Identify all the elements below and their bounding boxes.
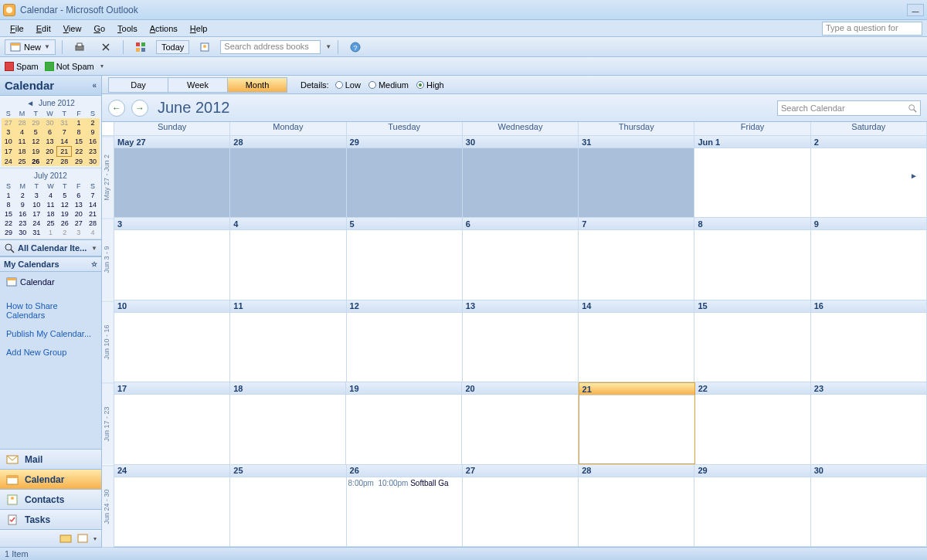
calendar-day[interactable]: 9 — [811, 218, 927, 299]
collapse-icon[interactable]: « — [92, 81, 97, 90]
calendar-day[interactable]: 21 — [579, 382, 695, 463]
new-button[interactable]: New ▼ — [5, 39, 56, 55]
mini-calendar-june[interactable]: ◄June 2012 SMTWTFS2728293031123456789101… — [0, 96, 101, 168]
calendar-day[interactable]: 16 — [811, 300, 927, 382]
menu-go[interactable]: Go — [88, 22, 110, 35]
calendar-day[interactable]: 3 — [114, 218, 230, 299]
nav-link[interactable]: Add New Group — [5, 343, 97, 361]
detail-low[interactable]: Low — [335, 80, 361, 90]
today-button[interactable]: Today — [156, 40, 189, 54]
calendar-day[interactable]: 12 — [347, 300, 463, 382]
nav-header[interactable]: Calendar « — [0, 76, 101, 96]
shortcut-icon[interactable] — [76, 533, 89, 544]
prev-month-button[interactable]: ← — [108, 100, 125, 117]
find-contact-button[interactable] — [194, 39, 216, 55]
menu-help[interactable]: Help — [185, 22, 213, 35]
nav-tasks[interactable]: Tasks — [0, 510, 101, 530]
calendar-day[interactable]: 5 — [347, 218, 463, 299]
help-search-input[interactable]: Type a question for — [822, 22, 922, 36]
notspam-button[interactable]: Not Spam — [45, 62, 94, 71]
nav-contacts[interactable]: Contacts — [0, 490, 101, 510]
calendar-day[interactable]: 30 — [811, 465, 927, 546]
nav-link[interactable]: How to Share Calendars — [5, 297, 97, 324]
view-tab-month[interactable]: Month — [227, 77, 287, 93]
spam-options[interactable]: ▾ — [100, 63, 104, 70]
menu-tools[interactable]: Tools — [112, 22, 143, 35]
mini-calendar-july[interactable]: July 2012► SMTWTFS1234567891011121314151… — [0, 168, 101, 239]
standard-toolbar: New ▼ Today Search address books ▼ ? — [0, 37, 927, 57]
calendar-day[interactable]: 24 — [114, 465, 230, 546]
week-range[interactable]: Jun 3 - 9 — [102, 218, 114, 300]
all-calendar-items[interactable]: All Calendar Ite...▼ — [0, 239, 101, 256]
calendar-day[interactable]: 4 — [230, 218, 346, 299]
print-button[interactable] — [69, 39, 90, 55]
nav-options[interactable]: ▾ — [93, 535, 97, 542]
event[interactable]: 8:00pm 10:00pm Softball Ga — [348, 479, 460, 487]
menu-file[interactable]: File — [5, 22, 29, 35]
svg-rect-25 — [78, 535, 87, 542]
calendar-day[interactable]: 10 — [114, 300, 230, 382]
week-range[interactable]: May 27 - Jun 2 — [102, 136, 114, 218]
calendar-day[interactable]: 14 — [579, 300, 694, 382]
calendar-search-input[interactable]: Search Calendar — [777, 100, 921, 116]
calendar-day[interactable]: 7 — [579, 218, 694, 299]
week-range[interactable]: Jun 17 - 23 — [102, 382, 114, 464]
view-tab-day[interactable]: Day — [108, 77, 168, 93]
prev-month-icon[interactable]: ◄ — [26, 99, 34, 107]
svg-rect-17 — [7, 278, 16, 280]
categorize-button[interactable] — [130, 39, 151, 55]
nav-calendar[interactable]: Calendar — [0, 470, 101, 490]
svg-rect-24 — [60, 535, 71, 542]
day-header: Tuesday — [347, 122, 463, 135]
menu-bar: FileEditViewGoToolsActionsHelp Type a qu… — [0, 20, 927, 37]
calendar-day[interactable]: 29 — [347, 136, 463, 217]
calendar-day[interactable]: 28 — [579, 465, 694, 546]
spam-button[interactable]: Spam — [5, 62, 39, 71]
calendar-day[interactable]: 8 — [694, 218, 810, 299]
calendar-day[interactable]: 268:00pm 10:00pm Softball Ga — [347, 465, 463, 546]
help-button[interactable]: ? — [345, 39, 366, 55]
month-header: ← → June 2012 Search Calendar — [102, 94, 927, 122]
menu-actions[interactable]: Actions — [144, 22, 183, 35]
calendar-day[interactable]: 13 — [463, 300, 579, 382]
calendar-day[interactable]: 23 — [811, 382, 927, 463]
calendar-day[interactable]: 28 — [230, 136, 346, 217]
my-calendars-header[interactable]: My Calendars☆ — [0, 256, 101, 272]
calendar-day[interactable]: 6 — [463, 218, 579, 299]
nav-link[interactable]: Publish My Calendar... — [5, 324, 97, 343]
week-range[interactable]: Jun 10 - 16 — [102, 300, 114, 382]
folder-icon[interactable] — [59, 533, 72, 544]
menu-view[interactable]: View — [58, 22, 87, 35]
calendar-day[interactable]: 31 — [579, 136, 694, 217]
minimize-button[interactable]: — — [907, 4, 924, 16]
calendar-day[interactable]: 27 — [463, 465, 579, 546]
calendar-day[interactable]: May 27 — [114, 136, 230, 217]
view-tab-week[interactable]: Week — [168, 77, 228, 93]
calendar-item[interactable]: Calendar — [5, 275, 97, 289]
calendar-day[interactable]: 19 — [346, 382, 462, 463]
week-range[interactable]: Jun 24 - 30 — [102, 465, 114, 547]
calendar-day[interactable]: 15 — [694, 300, 810, 382]
calendar-day[interactable]: 25 — [230, 465, 346, 546]
calendar-day[interactable]: 30 — [463, 136, 579, 217]
month-title: June 2012 — [158, 99, 229, 117]
calendar-day[interactable]: Jun 1 — [694, 136, 810, 217]
day-header: Wednesday — [463, 122, 579, 135]
calendar-day[interactable]: 29 — [694, 465, 810, 546]
search-dropdown[interactable]: ▼ — [325, 43, 331, 50]
calendar-day[interactable]: 20 — [462, 382, 578, 463]
calendar-day[interactable]: 17 — [114, 382, 230, 463]
detail-medium[interactable]: Medium — [368, 80, 409, 90]
delete-button[interactable] — [95, 39, 117, 55]
next-month-icon[interactable]: ► — [910, 171, 918, 180]
spam-toolbar: Spam Not Spam ▾ — [0, 57, 927, 76]
menu-edit[interactable]: Edit — [31, 22, 56, 35]
calendar-day[interactable]: 22 — [695, 382, 811, 463]
next-month-button[interactable]: → — [131, 100, 148, 117]
address-book-search[interactable]: Search address books — [220, 40, 321, 54]
calendar-day[interactable]: 18 — [230, 382, 346, 463]
calendar-day[interactable]: 11 — [230, 300, 346, 382]
detail-high[interactable]: High — [416, 80, 444, 90]
nav-mail[interactable]: Mail — [0, 450, 101, 470]
svg-rect-7 — [141, 42, 145, 46]
